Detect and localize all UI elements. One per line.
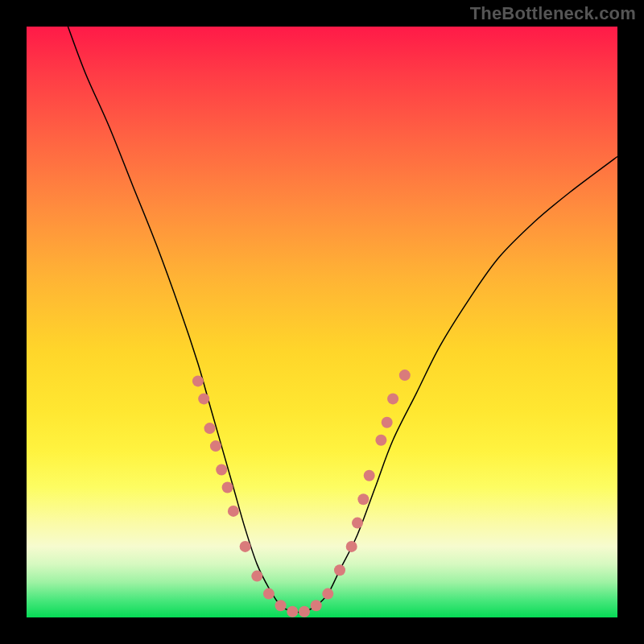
plot-area [27, 27, 617, 617]
data-marker [375, 435, 386, 446]
data-marker [216, 464, 227, 476]
data-marker [251, 571, 262, 582]
data-marker [275, 600, 287, 611]
watermark-text: TheBottleneck.com [470, 3, 636, 24]
data-marker [399, 369, 411, 381]
data-marker [387, 393, 398, 404]
data-marker [357, 493, 369, 505]
data-marker [198, 393, 209, 404]
bottleneck-curve-svg [27, 27, 617, 617]
data-marker [352, 518, 363, 529]
data-marker [263, 588, 275, 600]
data-marker [311, 600, 322, 611]
chart-frame: TheBottleneck.com [0, 0, 644, 644]
data-marker [204, 423, 216, 434]
data-marker [346, 541, 357, 552]
data-marker [334, 564, 345, 576]
bottleneck-curve [68, 27, 617, 613]
data-marker [210, 440, 221, 452]
data-marker [287, 606, 298, 617]
marker-group [192, 369, 411, 617]
data-marker [240, 541, 251, 552]
data-marker [322, 588, 333, 600]
data-marker [192, 375, 204, 386]
data-marker [299, 606, 310, 617]
data-marker [382, 417, 393, 428]
data-marker [222, 482, 233, 493]
data-marker [228, 506, 239, 517]
data-marker [364, 470, 375, 481]
